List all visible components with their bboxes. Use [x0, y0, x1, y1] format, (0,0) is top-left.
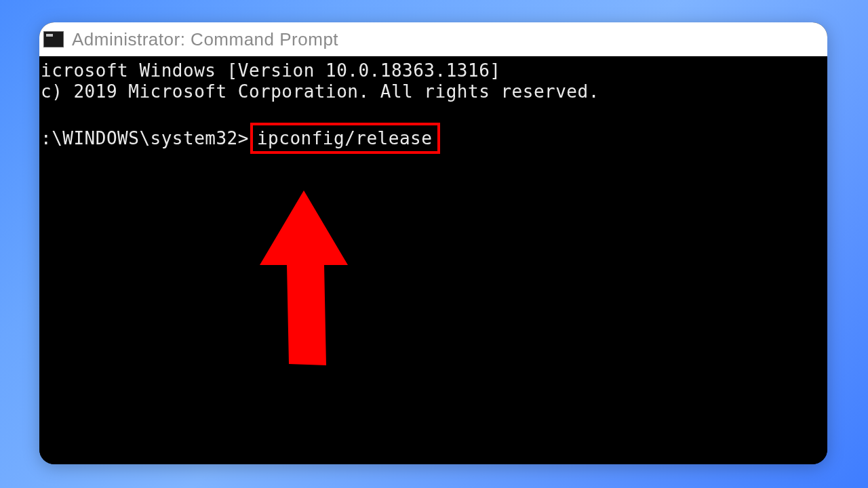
cmd-icon — [43, 31, 64, 47]
prompt-row: :\WINDOWS\system32> ipconfig/release — [39, 123, 827, 154]
typed-command[interactable]: ipconfig/release — [257, 128, 432, 148]
command-highlight-box: ipconfig/release — [250, 123, 440, 154]
svg-marker-0 — [260, 190, 348, 365]
terminal-area[interactable]: icrosoft Windows [Version 10.0.18363.131… — [39, 56, 827, 464]
titlebar[interactable]: Administrator: Command Prompt — [39, 22, 827, 56]
terminal-output-line: icrosoft Windows [Version 10.0.18363.131… — [39, 60, 827, 81]
desktop-background: Administrator: Command Prompt icrosoft W… — [0, 0, 868, 488]
terminal-output-line: c) 2019 Microsoft Corporation. All right… — [39, 81, 827, 102]
prompt-prefix: :\WINDOWS\system32> — [39, 128, 249, 148]
annotation-arrow-icon — [256, 190, 358, 373]
window-title: Administrator: Command Prompt — [72, 29, 338, 50]
command-prompt-window: Administrator: Command Prompt icrosoft W… — [39, 22, 827, 464]
